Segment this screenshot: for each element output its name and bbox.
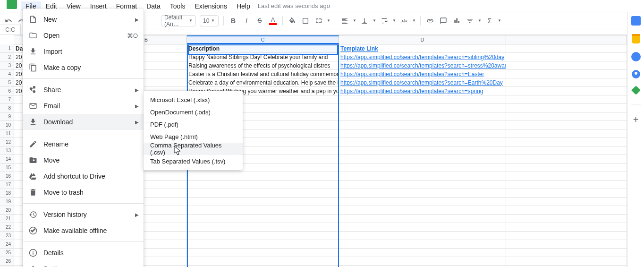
row-header[interactable]: 12 <box>0 138 14 146</box>
cell[interactable] <box>506 189 627 198</box>
row-header[interactable]: 16 <box>0 172 14 181</box>
row-header[interactable]: 11 <box>0 129 14 138</box>
row-header[interactable]: 24 <box>0 240 14 249</box>
cell[interactable] <box>187 215 339 223</box>
cell[interactable] <box>187 232 339 240</box>
menu-item-make-copy[interactable]: Make a copy <box>23 60 144 76</box>
menu-item-version-history[interactable]: Version history▶ <box>23 207 144 223</box>
menu-item-open[interactable]: Open⌘O <box>23 27 144 43</box>
cell[interactable] <box>339 232 506 240</box>
cell[interactable]: https://app.simplified.co/search/templat… <box>339 87 506 95</box>
cell[interactable] <box>506 121 627 129</box>
cell[interactable]: Happy National Siblings Day! Celebrate y… <box>187 53 339 61</box>
menu-item-settings[interactable]: Settings <box>23 261 144 267</box>
cell[interactable] <box>506 215 627 223</box>
row-header[interactable]: 22 <box>0 223 14 232</box>
submenu-item-ods[interactable]: OpenDocument (.ods) <box>144 106 243 118</box>
cell[interactable] <box>506 206 627 215</box>
cell[interactable] <box>506 112 627 121</box>
cell[interactable] <box>506 223 627 232</box>
contacts-icon[interactable] <box>632 70 640 78</box>
filter-dropdown[interactable]: ▼ <box>477 18 482 23</box>
col-header-C[interactable]: C <box>187 35 339 44</box>
row-header[interactable]: 19 <box>0 198 14 206</box>
valign-dropdown[interactable]: ▼ <box>372 18 377 23</box>
cell[interactable] <box>506 78 627 87</box>
cell[interactable] <box>506 240 627 249</box>
cell[interactable]: https://app.simplified.co/search/templat… <box>339 53 506 61</box>
row-header[interactable]: 15 <box>0 164 14 172</box>
menu-item-email[interactable]: Email▶ <box>23 98 144 114</box>
rotate-dropdown[interactable]: ▼ <box>412 18 416 23</box>
calendar-icon[interactable] <box>631 16 641 26</box>
cell[interactable] <box>506 146 627 155</box>
cell[interactable] <box>506 257 627 266</box>
cell[interactable] <box>339 104 506 112</box>
row-header[interactable]: 20 <box>0 206 14 215</box>
cell[interactable] <box>339 112 506 121</box>
menu-item-move[interactable]: Move <box>23 152 144 168</box>
row-header[interactable]: 26 <box>0 257 14 266</box>
tasks-icon[interactable] <box>631 52 641 61</box>
row-headers[interactable]: 1234567891011121314151617181920212223242… <box>0 44 14 267</box>
cell[interactable] <box>339 257 506 266</box>
col-header-D[interactable]: D <box>339 35 506 44</box>
halign-dropdown[interactable]: ▼ <box>352 18 357 23</box>
cell[interactable] <box>339 223 506 232</box>
cell[interactable] <box>339 146 506 155</box>
row-header[interactable]: 21 <box>0 215 14 223</box>
cell[interactable]: https://app.simplified.co/search/templat… <box>339 70 506 78</box>
col-header-rest[interactable] <box>506 35 627 44</box>
cell[interactable]: https://app.simplified.co/search/templat… <box>339 61 506 70</box>
cell[interactable] <box>187 240 339 249</box>
menu-item-download[interactable]: Download▶ <box>23 114 144 130</box>
row-header[interactable]: 10 <box>0 121 14 129</box>
cell[interactable] <box>506 44 627 53</box>
cell[interactable] <box>339 181 506 189</box>
maps-icon[interactable] <box>631 86 641 95</box>
submenu-item-html[interactable]: Web Page (.html) <box>144 130 243 143</box>
cell[interactable] <box>506 155 627 164</box>
row-header[interactable]: 2 <box>0 53 14 61</box>
cell[interactable] <box>506 104 627 112</box>
submenu-item-csv[interactable]: Comma Separated Values (.csv) <box>144 143 243 155</box>
add-side-panel-button[interactable]: + <box>633 115 639 124</box>
wrap-dropdown[interactable]: ▼ <box>392 18 397 23</box>
submenu-item-xlsx[interactable]: Microsoft Excel (.xlsx) <box>144 94 243 106</box>
cell[interactable] <box>339 172 506 181</box>
cell[interactable]: Celebrate a day of environmental educati… <box>187 78 339 87</box>
cell[interactable] <box>506 198 627 206</box>
row-header[interactable]: 1 <box>0 44 14 53</box>
cell[interactable] <box>187 198 339 206</box>
cell[interactable] <box>339 164 506 172</box>
cell[interactable] <box>339 95 506 104</box>
functions-dropdown[interactable]: ▼ <box>497 18 502 23</box>
cell[interactable] <box>339 138 506 146</box>
menu-item-add-shortcut[interactable]: Add shortcut to Drive <box>23 168 144 184</box>
cell[interactable] <box>506 249 627 257</box>
cell[interactable] <box>187 257 339 266</box>
menu-item-rename[interactable]: Rename <box>23 136 144 152</box>
cell[interactable] <box>506 138 627 146</box>
cell[interactable] <box>506 61 627 70</box>
menu-item-import[interactable]: Import <box>23 43 144 60</box>
keep-icon[interactable] <box>632 34 640 43</box>
row-header[interactable]: 4 <box>0 70 14 78</box>
cell[interactable] <box>506 70 627 78</box>
row-header[interactable]: 23 <box>0 232 14 240</box>
menu-item-new[interactable]: New▶ <box>23 11 144 27</box>
cell[interactable] <box>187 189 339 198</box>
cell[interactable] <box>187 249 339 257</box>
menu-item-share[interactable]: Share▶ <box>23 82 144 98</box>
cell[interactable]: Easter is a Christian festival and cultu… <box>187 70 339 78</box>
cell[interactable] <box>506 87 627 95</box>
cell[interactable] <box>339 189 506 198</box>
menu-extensions[interactable]: Extensions <box>190 1 231 11</box>
cell[interactable] <box>506 129 627 138</box>
cell[interactable]: Template Link <box>339 44 506 53</box>
cell[interactable] <box>339 240 506 249</box>
row-header[interactable]: 3 <box>0 61 14 70</box>
row-header[interactable]: 7 <box>0 95 14 104</box>
cell[interactable] <box>506 172 627 181</box>
menu-item-details[interactable]: Details <box>23 245 144 261</box>
